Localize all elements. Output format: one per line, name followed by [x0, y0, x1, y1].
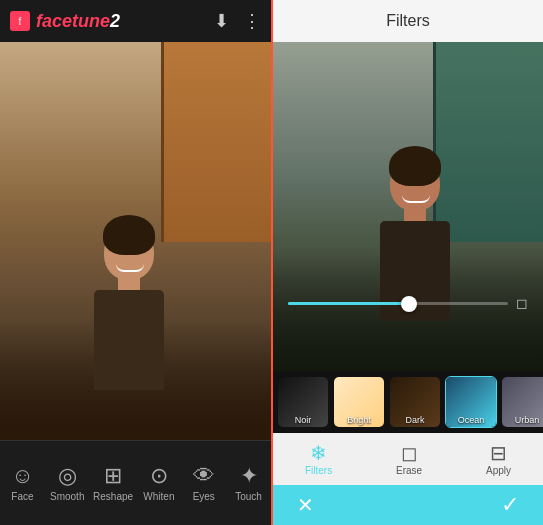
person-hair [103, 215, 155, 255]
urban-label: Urban [502, 415, 543, 425]
left-header: f facetune2 ⬇ ⋮ [0, 0, 271, 42]
person-head [104, 225, 154, 280]
ok-button[interactable]: ✓ [501, 492, 519, 518]
smile [116, 264, 144, 272]
touch-label: Touch [235, 491, 262, 502]
slider-fill [288, 302, 409, 305]
cancel-button[interactable]: ✕ [297, 493, 314, 517]
confirm-bar: ✕ ✓ [273, 485, 543, 525]
logo-name: facetune [36, 11, 110, 31]
logo-icon: f [10, 11, 30, 31]
face-icon: ☺ [11, 465, 33, 487]
filter-urban[interactable]: Urban [501, 376, 543, 428]
erase-action-label: Erase [396, 465, 422, 476]
header-actions: ⬇ ⋮ [214, 10, 261, 32]
download-icon[interactable]: ⬇ [214, 10, 229, 32]
touch-icon: ✦ [240, 465, 258, 487]
logo: f facetune2 [10, 11, 120, 32]
actions-bar: ❄ Filters ◻ Erase ⊟ Apply [273, 433, 543, 485]
left-photo [0, 42, 271, 440]
right-smile [402, 195, 430, 203]
tool-eyes[interactable]: 👁 Eyes [185, 465, 223, 502]
intensity-slider-container[interactable]: ◻ [273, 295, 543, 311]
right-person-head [390, 156, 440, 211]
bright-label: Bright [334, 415, 384, 425]
right-panel: Filters ◻ [271, 0, 543, 525]
building-shape [161, 42, 271, 242]
right-person-hair [389, 146, 441, 186]
noir-label: Noir [278, 415, 328, 425]
smooth-icon: ◎ [58, 465, 77, 487]
right-image-area: ◻ [273, 42, 543, 371]
left-toolbar: ☺ Face ◎ Smooth ⊞ Reshape ⊙ Whiten 👁 Eye… [0, 440, 271, 525]
filter-bright[interactable]: Bright [333, 376, 385, 428]
logo-suffix: 2 [110, 11, 120, 31]
filters-icon: ❄ [310, 443, 327, 463]
slider-end-icon: ◻ [516, 295, 528, 311]
slider-thumb[interactable] [401, 296, 417, 312]
logo-text: facetune2 [36, 11, 120, 32]
whiten-label: Whiten [143, 491, 174, 502]
filter-strip: Noir Bright Dark Ocean Urban [273, 371, 543, 433]
tool-face[interactable]: ☺ Face [3, 465, 41, 502]
panel-divider [271, 0, 273, 525]
left-panel: f facetune2 ⬇ ⋮ [0, 0, 271, 525]
erase-icon: ◻ [401, 443, 418, 463]
reshape-icon: ⊞ [104, 465, 122, 487]
whiten-icon: ⊙ [150, 465, 168, 487]
apply-icon: ⊟ [490, 443, 507, 463]
eyes-icon: 👁 [193, 465, 215, 487]
right-header: Filters [273, 0, 543, 42]
eyes-label: Eyes [193, 491, 215, 502]
face-label: Face [11, 491, 33, 502]
right-photo [273, 42, 543, 371]
dark-label: Dark [390, 415, 440, 425]
action-erase[interactable]: ◻ Erase [396, 443, 422, 476]
filter-noir[interactable]: Noir [277, 376, 329, 428]
smooth-label: Smooth [50, 491, 84, 502]
action-apply[interactable]: ⊟ Apply [486, 443, 511, 476]
person-torso [94, 290, 164, 390]
tool-smooth[interactable]: ◎ Smooth [48, 465, 86, 502]
filter-dark[interactable]: Dark [389, 376, 441, 428]
tool-whiten[interactable]: ⊙ Whiten [140, 465, 178, 502]
tool-reshape[interactable]: ⊞ Reshape [93, 465, 133, 502]
person-figure [94, 225, 164, 390]
slider-track[interactable] [288, 302, 508, 305]
reshape-label: Reshape [93, 491, 133, 502]
apply-action-label: Apply [486, 465, 511, 476]
ocean-label: Ocean [446, 415, 496, 425]
more-icon[interactable]: ⋮ [243, 10, 261, 32]
tool-touch[interactable]: ✦ Touch [230, 465, 268, 502]
left-image-area [0, 42, 271, 440]
action-filters[interactable]: ❄ Filters [305, 443, 332, 476]
filters-title: Filters [386, 12, 430, 30]
filter-ocean[interactable]: Ocean [445, 376, 497, 428]
filters-action-label: Filters [305, 465, 332, 476]
